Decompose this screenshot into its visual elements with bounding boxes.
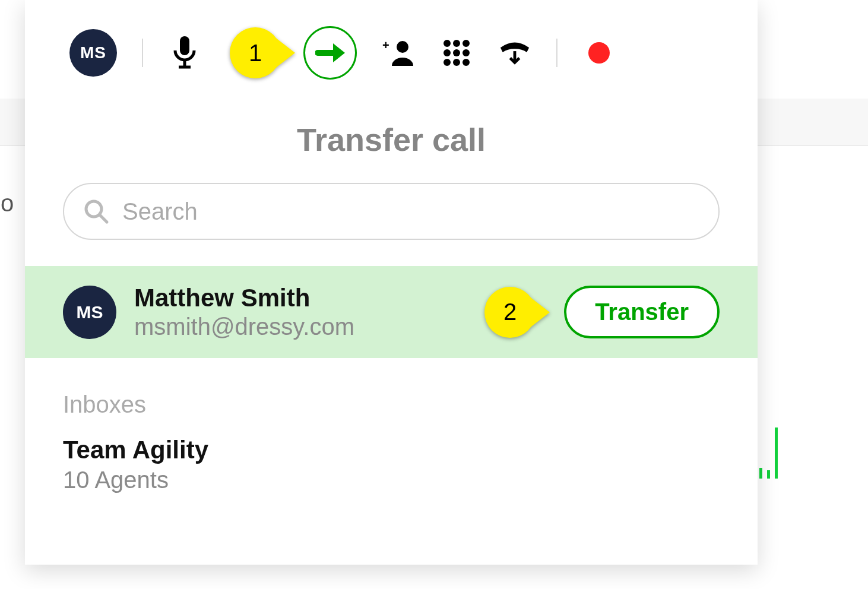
annotation-marker-2: 2 — [484, 287, 536, 338]
dialpad-button[interactable] — [440, 36, 473, 69]
svg-point-14 — [453, 59, 460, 66]
background-text-fragment: jo — [0, 190, 14, 217]
contact-email: msmith@dressy.com — [134, 314, 467, 340]
svg-point-10 — [443, 49, 451, 56]
hangup-button[interactable] — [498, 36, 531, 69]
svg-line-18 — [100, 215, 107, 222]
mute-button[interactable] — [168, 36, 201, 69]
record-button[interactable] — [582, 36, 616, 69]
inbox-subtitle: 10 Agents — [63, 467, 720, 493]
transfer-call-panel: MS 1 + — [25, 0, 758, 565]
search-input[interactable] — [63, 183, 720, 240]
svg-point-11 — [453, 49, 460, 56]
arrow-right-icon — [315, 41, 345, 65]
transfer-button[interactable]: Transfer — [564, 286, 720, 338]
caller-avatar-initials: MS — [80, 43, 106, 62]
svg-rect-0 — [180, 36, 189, 55]
svg-point-8 — [453, 40, 460, 47]
panel-title: Transfer call — [25, 121, 758, 158]
search-icon — [83, 198, 109, 224]
contact-name: Matthew Smith — [134, 284, 467, 312]
inbox-item[interactable]: Team Agility 10 Agents — [63, 436, 720, 493]
svg-point-6 — [397, 41, 408, 53]
svg-point-7 — [443, 40, 451, 47]
microphone-icon — [173, 36, 197, 69]
record-icon — [588, 42, 610, 64]
svg-text:+: + — [382, 40, 389, 52]
caller-avatar[interactable]: MS — [69, 29, 117, 77]
contact-avatar-initials: MS — [77, 302, 103, 322]
call-toolbar: MS 1 + — [25, 0, 758, 100]
toolbar-divider — [142, 39, 143, 67]
svg-point-9 — [462, 40, 470, 47]
hangup-icon — [498, 39, 531, 66]
contact-row[interactable]: MS Matthew Smith msmith@dressy.com 2 Tra… — [25, 266, 758, 358]
annotation-2-wrap: 2 — [484, 287, 536, 338]
toolbar-divider-2 — [556, 39, 557, 67]
transfer-button-label: Transfer — [595, 299, 689, 325]
svg-point-15 — [462, 59, 470, 66]
inboxes-section-label: Inboxes — [63, 391, 720, 418]
dialpad-icon — [442, 39, 471, 67]
annotation-marker-1-label: 1 — [249, 40, 262, 66]
contact-info: Matthew Smith msmith@dressy.com — [134, 284, 467, 340]
add-participant-button[interactable]: + — [382, 36, 415, 69]
add-person-icon: + — [382, 40, 414, 66]
annotation-1-wrap: 1 — [230, 27, 281, 78]
annotation-marker-1: 1 — [230, 27, 281, 78]
inbox-name: Team Agility — [63, 436, 720, 464]
transfer-call-button[interactable] — [303, 26, 357, 80]
svg-marker-4 — [333, 43, 345, 62]
contact-avatar: MS — [63, 286, 116, 339]
svg-point-12 — [462, 49, 470, 56]
search-wrap — [63, 183, 720, 240]
annotation-marker-2-label: 2 — [503, 299, 517, 325]
svg-point-13 — [443, 59, 451, 66]
